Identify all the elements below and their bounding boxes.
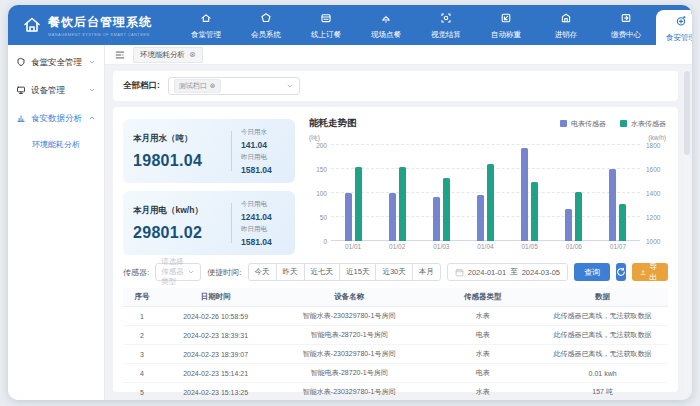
nav-item-自动称重[interactable]: 自动称重 (476, 5, 536, 45)
bar-水表传感器 (355, 167, 362, 241)
bar-电表传感器 (345, 193, 352, 241)
table-cell: 2024-02-23 15:13:25 (161, 383, 270, 401)
stat-main: 本月用水（吨）19801.04 (133, 133, 222, 170)
tab-chip-label: 环境能耗分析 (140, 50, 185, 60)
table-cell: 智能水表-230329780-1号房间 (270, 383, 428, 401)
quick-time-近七天[interactable]: 近七天 (304, 263, 341, 281)
energy-trend-chart: 能耗走势图 电表传感器水表传感器 (吨) (kw/h) 050100150200 (307, 115, 668, 255)
legend-swatch (560, 120, 567, 127)
stat-card-0: 本月用水（吨）19801.04今日用水141.04昨日用电1581.04 (123, 119, 295, 183)
right-tick: 1000 (646, 238, 660, 245)
shield-icon (16, 57, 26, 69)
quick-time-近30天[interactable]: 近30天 (375, 263, 412, 281)
topbar: 餐饮后台管理系统 MANAGEMENT SYSTEM OF SMART CANT… (8, 5, 692, 45)
stat-side-label: 昨日用电 (241, 153, 285, 162)
data-table-wrap: 序号日期时间设备名称传感器类型数据12024-02-26 10:58:59智能水… (123, 288, 668, 386)
nav-item-视觉结算[interactable]: 视觉结算 (416, 5, 476, 45)
bar-电表传感器 (477, 195, 484, 241)
search-button[interactable]: 查询 (574, 263, 610, 281)
quick-time-近15天[interactable]: 近15天 (339, 263, 376, 281)
sensor-select-placeholder: 请选择传感器类型 (161, 257, 187, 287)
bars-layer (331, 145, 640, 241)
left-tick: 150 (316, 166, 327, 173)
tab-chip-active[interactable]: 环境能耗分析 ⊗ (133, 47, 203, 63)
app-title: 餐饮后台管理系统 (48, 14, 152, 31)
date-end: 2024-03-05 (522, 268, 560, 277)
nav-item-进销存[interactable]: 进销存 (536, 5, 596, 45)
main-content: 环境能耗分析 ⊗ 全部档口: 测试档口 ⊗ (105, 45, 692, 400)
payment-icon (620, 10, 632, 28)
monitor-icon (16, 85, 26, 97)
table-cell: 4 (123, 364, 161, 383)
sidebar: 食堂安全管理设备管理食安数据分析环境能耗分析 (8, 45, 105, 400)
nav-item-缴费中心[interactable]: 缴费中心 (596, 5, 656, 45)
date-range-picker[interactable]: 2024-01-01 至 2024-03-05 (447, 263, 568, 281)
chevron-down-icon (286, 82, 294, 90)
stat-side-label: 今日用水 (241, 128, 285, 137)
date-start: 2024-01-01 (468, 268, 506, 277)
sidebar-item-食安数据分析[interactable]: 食安数据分析 (8, 105, 104, 133)
screen: 餐饮后台管理系统 MANAGEMENT SYSTEM OF SMART CANT… (0, 0, 700, 406)
sensor-type-select[interactable]: 请选择传感器类型 (155, 263, 201, 281)
left-axis: 050100150200 (307, 145, 331, 241)
query-toolbar: 传感器: 请选择传感器类型 便捷时间: 今天昨天近七天近15天近30天本月 (123, 263, 668, 281)
sidebar-item-食堂安全管理[interactable]: 食堂安全管理 (8, 49, 104, 77)
stat-side: 今日用水141.04昨日用电1581.04 (241, 128, 285, 175)
bar-chart-icon (16, 113, 26, 125)
member-icon (260, 10, 272, 28)
table-cell: 智能水表-230329780-1号房间 (270, 307, 428, 326)
left-tick: 200 (316, 142, 327, 149)
sidebar-item-label: 食安数据分析 (31, 113, 82, 125)
table-row: 52024-02-23 15:13:25智能水表-230329780-1号房间水… (123, 383, 668, 401)
nav-item-食安管理[interactable]: 食安管理 (656, 10, 692, 45)
sidebar-subitem-环境能耗分析[interactable]: 环境能耗分析 (8, 133, 104, 156)
x-axis-labels: 01/0101/0201/0301/0401/0501/0601/07 (331, 243, 640, 250)
bar-水表传感器 (443, 178, 450, 241)
stall-filter-label: 全部档口: (123, 80, 160, 92)
bar-电表传感器 (521, 148, 528, 241)
sidebar-item-设备管理[interactable]: 设备管理 (8, 77, 104, 105)
chevron-up-icon (88, 114, 96, 124)
table-cell: 智能水表-230329780-1号房间 (270, 345, 428, 364)
quick-time-本月[interactable]: 本月 (412, 263, 441, 281)
nav-item-线上订餐[interactable]: 线上订餐 (296, 5, 356, 45)
col-header-设备名称: 设备名称 (270, 288, 428, 307)
table-cell: 3 (123, 345, 161, 364)
x-tick: 01/04 (463, 243, 507, 250)
table-cell: 此传感器已离线，无法获取数据 (537, 345, 668, 364)
table-cell: 智能电表-28720-1号房间 (270, 326, 428, 345)
stat-card-1: 本月用电（kw/h）29801.02今日用电1241.04昨日用电1581.04 (123, 191, 295, 255)
nav-item-label: 进销存 (555, 30, 578, 40)
right-axis: 10001200140016001800 (640, 145, 668, 241)
tab-close-icon[interactable]: ⊗ (189, 51, 196, 59)
tag-view-bar: 环境能耗分析 ⊗ (105, 45, 692, 65)
nav-item-食堂管理[interactable]: 食堂管理 (176, 5, 236, 45)
scrollbar-thumb[interactable] (684, 71, 690, 155)
calendar-icon (455, 268, 464, 277)
table-cell: 电表 (428, 326, 537, 345)
stat-side-label: 昨日用电 (241, 225, 285, 234)
quick-time-今天[interactable]: 今天 (248, 263, 277, 281)
x-tick: 01/06 (552, 243, 596, 250)
stat-value: 19801.04 (133, 152, 222, 170)
bar-水表传感器 (487, 164, 494, 241)
tag-close-icon[interactable]: ⊗ (210, 82, 216, 90)
bar-水表传感器 (531, 182, 538, 241)
bar-group-01/05 (508, 145, 552, 241)
onsite-order-icon (380, 10, 392, 28)
analysis-card: 本月用水（吨）19801.04今日用水141.04昨日用电1581.04本月用电… (113, 107, 678, 392)
stall-select[interactable]: 测试档口 ⊗ (168, 77, 300, 95)
stat-side-value: 1241.04 (241, 212, 285, 222)
bar-水表传感器 (619, 204, 626, 241)
vertical-scrollbar[interactable] (684, 69, 690, 394)
quick-time-昨天[interactable]: 昨天 (276, 263, 305, 281)
export-button[interactable]: 导出 (632, 263, 668, 281)
nav-item-会员系统[interactable]: 会员系统 (236, 5, 296, 45)
collapse-sidebar-icon[interactable] (115, 50, 125, 60)
refresh-button[interactable] (616, 263, 626, 281)
legend-item-水表传感器[interactable]: 水表传感器 (620, 119, 666, 129)
legend-item-电表传感器[interactable]: 电表传感器 (560, 119, 606, 129)
bar-电表传感器 (389, 193, 396, 241)
chart-legend: 电表传感器水表传感器 (560, 119, 666, 129)
nav-item-现场点餐[interactable]: 现场点餐 (356, 5, 416, 45)
